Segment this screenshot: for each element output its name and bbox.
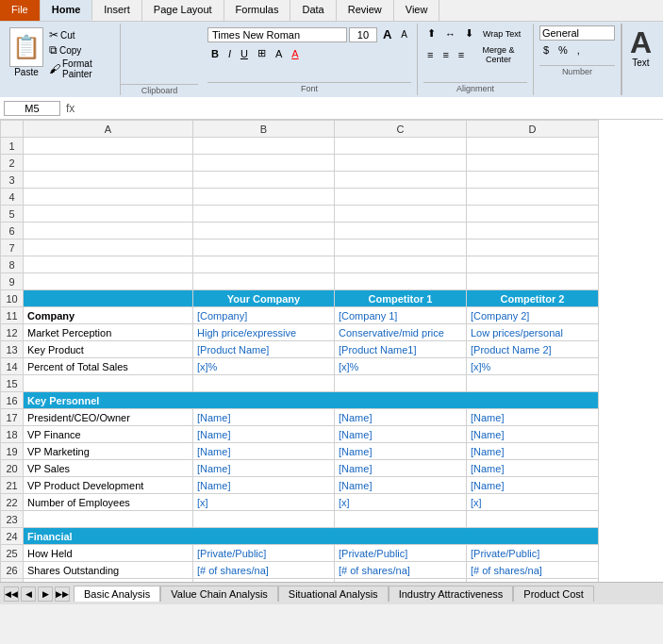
text-icon[interactable]: A: [630, 27, 652, 58]
table-row: 18 VP Finance [Name] [Name] [Name]: [1, 426, 599, 443]
table-row: 11 Company [Company] [Company 1] [Compan…: [1, 307, 599, 324]
comma-button[interactable]: ,: [573, 42, 584, 58]
tab-home[interactable]: Home: [41, 0, 93, 21]
align-top-button[interactable]: ⬆: [423, 25, 439, 41]
ribbon-tab-bar: File Home Insert Page Layout Formulas Da…: [0, 0, 663, 22]
number-row2: $ % ,: [539, 42, 615, 58]
table-row: 23: [1, 511, 599, 528]
sheet-tab-value-chain[interactable]: Value Chain Analysis: [160, 586, 278, 602]
paste-icon: 📋: [9, 27, 43, 67]
copy-item[interactable]: ⧉ Copy: [49, 42, 114, 58]
clip-items: ✂ Cut ⧉ Copy 🖌 Format Painter: [49, 27, 114, 80]
table-row: 26 Shares Outstanding [# of shares/na] […: [1, 562, 599, 579]
key-personnel-header[interactable]: Key Personnel: [24, 392, 599, 409]
sheet-tab-situational[interactable]: Situational Analysis: [278, 586, 389, 602]
col-header-a[interactable]: A: [24, 121, 193, 138]
table-row: 3: [1, 172, 599, 189]
font-color-button[interactable]: A: [288, 46, 302, 61]
tab-formulas[interactable]: Formulas: [224, 0, 291, 21]
table-row: 12 Market Perception High price/expressi…: [1, 324, 599, 341]
col-header-row: A B C D: [1, 121, 599, 138]
underline-button[interactable]: U: [237, 46, 252, 61]
table-row: 17 President/CEO/Owner [Name] [Name] [Na…: [1, 409, 599, 426]
align-left-button[interactable]: ≡: [423, 43, 437, 66]
formula-input[interactable]: [80, 103, 659, 114]
tab-view[interactable]: View: [394, 0, 440, 21]
font-size-input[interactable]: [349, 27, 377, 42]
financial-header[interactable]: Financial: [24, 528, 599, 545]
cell-reference-box[interactable]: [4, 101, 60, 116]
number-group: $ % , Number: [534, 24, 622, 95]
table-row: 24 Financial: [1, 528, 599, 545]
copy-icon: ⧉: [49, 43, 58, 57]
tab-file[interactable]: File: [0, 0, 41, 21]
align-middle-button[interactable]: ↔: [441, 25, 459, 41]
clipboard-group: 📋 Paste ✂ Cut ⧉ Copy 🖌 Format Painter: [4, 24, 121, 95]
align-row2: ≡ ≡ ≡ Merge & Center: [423, 43, 527, 66]
tab-page-layout[interactable]: Page Layout: [142, 0, 224, 21]
format-painter-icon: 🖌: [49, 62, 60, 75]
wrap-text-button[interactable]: Wrap Text: [479, 25, 524, 41]
align-row1: ⬆ ↔ ⬇ Wrap Text: [423, 25, 527, 41]
table-row: 13 Key Product [Product Name] [Product N…: [1, 341, 599, 358]
cut-label: Cut: [60, 30, 75, 41]
align-right-button[interactable]: ≡: [455, 43, 468, 66]
clipboard-label: Clipboard: [121, 84, 198, 95]
main-table: A B C D 1 2 3 4 5 6 7 8 9 10 Your Compan…: [0, 120, 599, 582]
sheet-tab-product-cost[interactable]: Product Cost: [513, 586, 594, 602]
sheet-tabs: ◀◀ ◀ ▶ ▶▶ Basic Analysis Value Chain Ana…: [0, 582, 663, 604]
col-header-c[interactable]: C: [335, 121, 467, 138]
tab-review[interactable]: Review: [337, 0, 394, 21]
row-num: 1: [1, 138, 24, 155]
table-row: 9: [1, 273, 599, 290]
merge-center-button[interactable]: Merge & Center: [470, 43, 527, 66]
table-row: 22 Number of Employees [x] [x] [x]: [1, 494, 599, 511]
sheet-nav-last[interactable]: ▶▶: [55, 586, 70, 602]
align-center-button[interactable]: ≡: [439, 43, 452, 66]
number-format-display: [539, 25, 615, 41]
cut-item[interactable]: ✂ Cut: [49, 27, 114, 42]
fill-color-button[interactable]: A: [272, 46, 286, 61]
table-row: 15: [1, 375, 599, 392]
align-bottom-button[interactable]: ⬇: [461, 25, 477, 41]
sheet-tab-basic-analysis[interactable]: Basic Analysis: [74, 586, 160, 602]
your-company-header[interactable]: Your Company: [193, 290, 335, 307]
table-row: 20 VP Sales [Name] [Name] [Name]: [1, 460, 599, 477]
font-name-input[interactable]: [207, 27, 347, 42]
format-painter-item[interactable]: 🖌 Format Painter: [49, 58, 114, 80]
paste-label: Paste: [14, 67, 39, 77]
spreadsheet: A B C D 1 2 3 4 5 6 7 8 9 10 Your Compan…: [0, 120, 663, 582]
col-header-d[interactable]: D: [467, 121, 599, 138]
fx-label: fx: [66, 102, 75, 115]
number-format-input[interactable]: [539, 25, 615, 41]
table-row: 7: [1, 239, 599, 256]
increase-font-button[interactable]: A: [379, 25, 395, 43]
alignment-label: Alignment: [423, 82, 527, 93]
paste-button[interactable]: 📋 Paste: [9, 27, 43, 77]
border-button[interactable]: ⊞: [254, 45, 270, 61]
sheet-nav-prev[interactable]: ◀: [21, 586, 36, 602]
table-row: 19 VP Marketing [Name] [Name] [Name]: [1, 443, 599, 460]
tab-data[interactable]: Data: [290, 0, 336, 21]
tab-insert[interactable]: Insert: [92, 0, 142, 21]
table-row: 10 Your Company Competitor 1 Competitor …: [1, 290, 599, 307]
percent-button[interactable]: %: [555, 42, 572, 58]
decrease-font-button[interactable]: A: [397, 27, 411, 41]
competitor1-header[interactable]: Competitor 1: [335, 290, 467, 307]
text-label: Text: [632, 58, 649, 68]
table-row: 16 Key Personnel: [1, 392, 599, 409]
font-group: A A B I U ⊞ A A Font: [202, 24, 418, 95]
table-row: 1: [1, 138, 599, 155]
italic-button[interactable]: I: [224, 46, 235, 61]
table-row: 5: [1, 206, 599, 223]
bold-button[interactable]: B: [207, 46, 223, 61]
sheet-nav-first[interactable]: ◀◀: [4, 586, 19, 602]
col-header-b[interactable]: B: [193, 121, 335, 138]
table-row: 25 How Held [Private/Public] [Private/Pu…: [1, 545, 599, 562]
competitor2-header[interactable]: Competitor 2: [467, 290, 599, 307]
number-label: Number: [539, 65, 615, 76]
sheet-nav: ◀◀ ◀ ▶ ▶▶: [4, 586, 70, 602]
sheet-tab-industry[interactable]: Industry Attractiveness: [389, 586, 514, 602]
sheet-nav-next[interactable]: ▶: [38, 586, 53, 602]
currency-button[interactable]: $: [539, 42, 553, 58]
